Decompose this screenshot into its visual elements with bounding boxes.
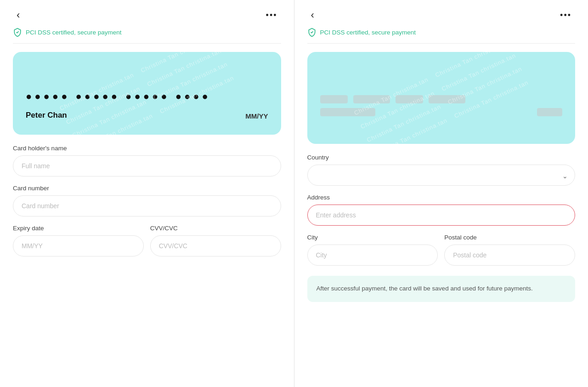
card-number-dots: ●●●●● ●●●●● ●●●●● ●●●● — [26, 91, 268, 102]
cardholder-input[interactable] — [13, 155, 281, 176]
city-input[interactable] — [307, 245, 438, 266]
address-input[interactable] — [307, 205, 576, 226]
country-select-wrapper: ⌄ — [307, 165, 576, 188]
cvv-label: CVV/CVC — [150, 225, 281, 232]
left-top-bar: ‹ ••• — [13, 0, 281, 28]
right-more-button[interactable]: ••• — [556, 9, 575, 22]
left-panel: ‹ ••• PCI DSS certified, secure payment … — [0, 0, 294, 387]
expiry-col: Expiry date — [13, 218, 144, 258]
right-security-text: PCI DSS certified, secure payment — [320, 29, 416, 36]
postal-label: Postal code — [444, 234, 575, 241]
card-number-input[interactable] — [13, 195, 281, 216]
city-col: City — [307, 228, 438, 267]
address-label: Address — [307, 194, 576, 201]
left-security-badge: PCI DSS certified, secure payment — [13, 28, 281, 44]
city-label: City — [307, 234, 438, 241]
blurred-field-2 — [353, 95, 390, 103]
cardholder-label: Card holder's name — [13, 145, 281, 152]
right-shield-icon — [307, 28, 317, 37]
postal-input[interactable] — [444, 245, 575, 266]
country-select[interactable] — [307, 165, 576, 186]
blurred-field-3 — [396, 95, 423, 103]
info-box: After successful payment, the card will … — [307, 276, 576, 302]
card-bottom-row: Peter Chan MM/YY — [26, 111, 268, 120]
right-panel: ‹ ••• PCI DSS certified, secure payment … — [294, 0, 588, 387]
right-back-button[interactable]: ‹ — [307, 8, 318, 22]
right-security-badge: PCI DSS certified, secure payment — [307, 28, 576, 44]
blurred-name-field — [320, 108, 375, 116]
blurred-expiry-field — [537, 108, 562, 116]
city-postal-row: City Postal code — [307, 228, 576, 267]
country-label: Country — [307, 154, 576, 161]
card-blurred-bottom-row — [320, 108, 563, 116]
left-more-button[interactable]: ••• — [262, 9, 281, 22]
left-security-text: PCI DSS certified, secure payment — [26, 29, 122, 36]
cvv-col: CVV/CVC — [150, 218, 281, 258]
cvv-input[interactable] — [150, 235, 281, 256]
card-blurred-number-row — [320, 95, 563, 103]
expiry-label: Expiry date — [13, 225, 144, 232]
card-holder-name: Peter Chan — [26, 111, 67, 120]
card-number-label: Card number — [13, 185, 281, 192]
right-top-bar: ‹ ••• — [307, 0, 576, 28]
expiry-cvv-row: Expiry date CVV/CVC — [13, 218, 281, 258]
right-card-visual: Christina Tan christina.tan Christina Ta… — [307, 52, 576, 144]
left-card-visual: Christina Tan christina.tan Christina Ta… — [13, 52, 281, 135]
expiry-input[interactable] — [13, 235, 144, 256]
postal-col: Postal code — [444, 228, 575, 267]
card-expiry-display: MM/YY — [245, 112, 268, 120]
blurred-field-4 — [429, 95, 465, 103]
info-text: After successful payment, the card will … — [317, 285, 533, 292]
left-back-button[interactable]: ‹ — [13, 8, 23, 22]
shield-icon — [13, 28, 22, 37]
blurred-field-1 — [320, 95, 348, 103]
